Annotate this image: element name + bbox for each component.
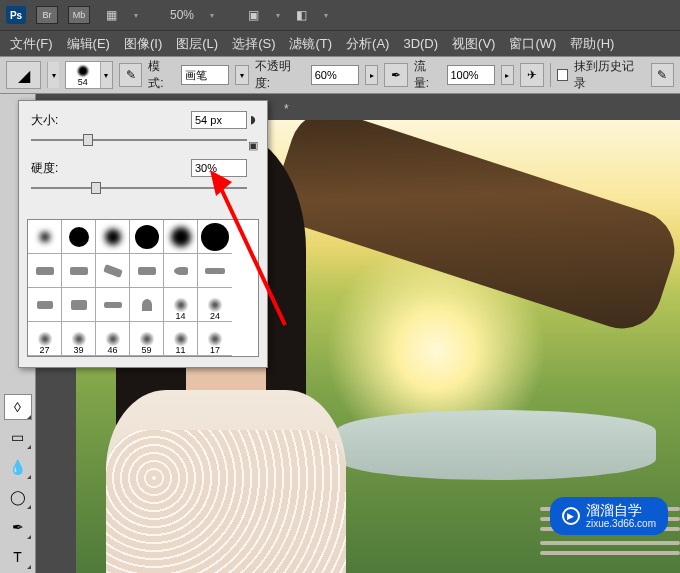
menu-filter[interactable]: 滤镜(T) <box>283 33 338 55</box>
chevron-down-icon[interactable]: ▾ <box>235 65 249 85</box>
hardness-input[interactable] <box>191 159 247 177</box>
opacity-label: 不透明度: <box>255 58 305 92</box>
brush-preset[interactable] <box>130 288 164 322</box>
slider-thumb[interactable] <box>91 182 101 194</box>
menu-file[interactable]: 文件(F) <box>4 33 59 55</box>
chevron-down-icon[interactable]: ▾ <box>47 62 59 88</box>
chevron-down-icon[interactable]: ▸ <box>365 65 379 85</box>
flow-field[interactable] <box>447 65 495 85</box>
menu-select[interactable]: 选择(S) <box>226 33 281 55</box>
menu-image[interactable]: 图像(I) <box>118 33 168 55</box>
brush-preset[interactable] <box>130 254 164 288</box>
watermark-sub: zixue.3d66.com <box>586 518 656 529</box>
menu-bar: 文件(F) 编辑(E) 图像(I) 图层(L) 选择(S) 滤镜(T) 分析(A… <box>0 30 680 56</box>
chevron-down-icon[interactable]: ▾ <box>210 11 214 20</box>
brush-preset[interactable]: 39 <box>62 322 96 356</box>
chevron-down-icon[interactable]: ▸ <box>501 65 515 85</box>
opacity-field[interactable] <box>311 65 359 85</box>
brush-preset[interactable] <box>198 254 232 288</box>
brush-preset[interactable] <box>62 288 96 322</box>
mode-label: 模式: <box>148 58 175 92</box>
menu-help[interactable]: 帮助(H) <box>564 33 620 55</box>
document-tab[interactable]: * <box>276 98 297 120</box>
brush-preset[interactable] <box>28 288 62 322</box>
watermark-badge: ▶ 溜溜自学 zixue.3d66.com <box>550 497 668 535</box>
menu-window[interactable]: 窗口(W) <box>503 33 562 55</box>
screen-mode-icon[interactable]: ▣ <box>242 6 264 24</box>
brush-preset[interactable] <box>96 254 130 288</box>
menu-edit[interactable]: 编辑(E) <box>61 33 116 55</box>
size-label: 大小: <box>31 112 91 129</box>
options-bar: ◢ ▾ 54 ▾ ✎ 模式: ▾ 不透明度: ▸ ✒ 流量: ▸ ✈ 抹到历史记… <box>0 56 680 94</box>
size-input[interactable] <box>191 111 247 129</box>
menu-3d[interactable]: 3D(D) <box>397 34 444 53</box>
slider-thumb[interactable] <box>83 134 93 146</box>
brush-preset[interactable] <box>198 220 232 254</box>
brush-preset[interactable] <box>28 254 62 288</box>
brush-preset-popup: ◗ ▣ 大小: 硬度: <box>18 100 268 368</box>
brush-preset[interactable] <box>62 220 96 254</box>
bridge-button[interactable]: Br <box>36 6 58 24</box>
airbrush-icon[interactable]: ✈ <box>520 63 543 87</box>
brush-preset[interactable]: 17 <box>198 322 232 356</box>
brush-preset[interactable] <box>28 220 62 254</box>
app-icon: Ps <box>6 6 26 24</box>
tablet-size-icon[interactable]: ✎ <box>651 63 674 87</box>
menu-view[interactable]: 视图(V) <box>446 33 501 55</box>
brush-preset[interactable] <box>96 220 130 254</box>
brush-preset-grid: 14 24 27 39 46 59 11 17 <box>27 219 259 357</box>
brush-preset[interactable] <box>96 288 130 322</box>
canvas-lake <box>336 410 656 480</box>
hardness-slider[interactable] <box>31 181 255 195</box>
menu-layer[interactable]: 图层(L) <box>170 33 224 55</box>
minibridge-button[interactable]: Mb <box>68 6 90 24</box>
title-bar: Ps Br Mb ▦ ▾ 50% ▾ ▣ ▾ ◧ ▾ <box>0 0 680 30</box>
brush-size-number: 54 <box>78 77 88 87</box>
hardness-label: 硬度: <box>31 160 91 177</box>
brush-preset[interactable]: 59 <box>130 322 164 356</box>
watermark-title: 溜溜自学 <box>586 503 656 518</box>
brush-preset-picker[interactable]: 54 ▾ <box>65 61 113 89</box>
chevron-down-icon[interactable]: ▾ <box>276 11 280 20</box>
brush-preset[interactable] <box>164 254 198 288</box>
erase-to-history-label: 抹到历史记录 <box>574 58 644 92</box>
flow-label: 流量: <box>414 58 441 92</box>
chevron-down-icon[interactable]: ▾ <box>100 62 112 88</box>
zoom-select[interactable]: 50% <box>166 8 198 22</box>
popup-flyout-icon[interactable]: ◗ <box>245 111 261 127</box>
view-extras-icon[interactable]: ▦ <box>100 6 122 24</box>
tool-preset-picker[interactable]: ◢ <box>6 61 41 89</box>
brush-preset[interactable] <box>130 220 164 254</box>
brush-preset[interactable] <box>164 220 198 254</box>
chevron-down-icon[interactable]: ▾ <box>134 11 138 20</box>
tablet-opacity-icon[interactable]: ✒ <box>384 63 407 87</box>
separator <box>550 63 551 87</box>
arrange-docs-icon[interactable]: ◧ <box>290 6 312 24</box>
brush-preset[interactable] <box>62 254 96 288</box>
brush-preset[interactable]: 46 <box>96 322 130 356</box>
play-icon: ▶ <box>562 507 580 525</box>
brush-preset[interactable]: 11 <box>164 322 198 356</box>
brush-preset[interactable]: 14 <box>164 288 198 322</box>
erase-to-history-checkbox[interactable] <box>557 69 569 81</box>
brush-panel-toggle[interactable]: ✎ <box>119 63 142 87</box>
size-slider[interactable] <box>31 133 255 147</box>
menu-analysis[interactable]: 分析(A) <box>340 33 395 55</box>
chevron-down-icon[interactable]: ▾ <box>324 11 328 20</box>
brush-preset[interactable]: 24 <box>198 288 232 322</box>
brush-preset[interactable]: 27 <box>28 322 62 356</box>
mode-select[interactable] <box>181 65 229 85</box>
